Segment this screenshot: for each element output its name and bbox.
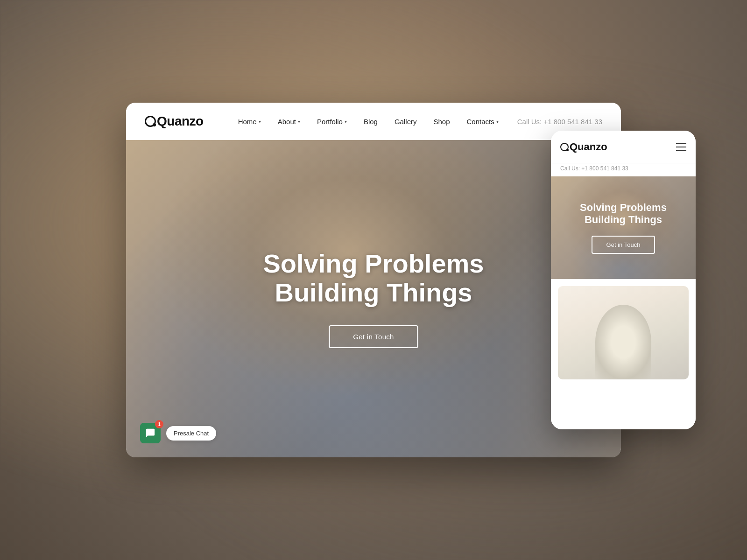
nav-item-portfolio[interactable]: Portfolio ▾: [310, 114, 353, 129]
desktop-navbar: Quanzo Home ▾ About ▾ Portfolio ▾ Blog G…: [126, 103, 621, 140]
hamburger-line: [676, 143, 686, 144]
chat-widget: 1 Presale Chat: [140, 423, 216, 443]
mobile-gallery-image: [558, 286, 689, 379]
mobile-hero: Solving Problems Building Things Get in …: [551, 176, 696, 279]
mobile-hero-title: Solving Problems Building Things: [563, 202, 684, 226]
hamburger-line: [676, 150, 686, 151]
nav-links: Home ▾ About ▾ Portfolio ▾ Blog Gallery …: [232, 114, 517, 129]
nav-item-blog[interactable]: Blog: [357, 114, 384, 129]
chevron-down-icon: ▾: [345, 119, 347, 124]
mobile-navbar: Quanzo: [551, 131, 696, 163]
nav-item-contacts[interactable]: Contacts ▾: [460, 114, 505, 129]
nav-item-gallery[interactable]: Gallery: [388, 114, 423, 129]
mobile-hero-content: Solving Problems Building Things Get in …: [563, 202, 684, 254]
chat-icon-button[interactable]: 1: [140, 423, 161, 443]
chat-label[interactable]: Presale Chat: [166, 426, 216, 441]
nav-item-home[interactable]: Home ▾: [232, 114, 268, 129]
nav-item-about[interactable]: About ▾: [271, 114, 307, 129]
chat-badge: 1: [155, 420, 163, 428]
chevron-down-icon: ▾: [496, 119, 499, 124]
mobile-window: Quanzo Call Us: +1 800 541 841 33 Solvin…: [551, 131, 696, 429]
hamburger-menu-button[interactable]: [676, 143, 686, 151]
logo-q-icon: [145, 116, 156, 127]
hamburger-line: [676, 147, 686, 147]
mobile-logo[interactable]: Quanzo: [560, 141, 607, 153]
mobile-bottom-section: 🛒 🖼 ▤: [551, 279, 696, 429]
logo-text: Quanzo: [157, 114, 204, 129]
chat-bubble-icon: [145, 428, 155, 438]
chevron-down-icon: ▾: [298, 119, 300, 124]
chevron-down-icon: ▾: [259, 119, 261, 124]
mobile-call: Call Us: +1 800 541 841 33: [551, 163, 696, 176]
nav-call: Call Us: +1 800 541 841 33: [517, 118, 602, 126]
desktop-window: Quanzo Home ▾ About ▾ Portfolio ▾ Blog G…: [126, 103, 621, 457]
hero-content: Solving Problems Building Things Get in …: [263, 249, 484, 348]
hero-cta-button[interactable]: Get in Touch: [329, 325, 418, 348]
mobile-hero-cta-button[interactable]: Get in Touch: [592, 236, 655, 254]
nav-item-shop[interactable]: Shop: [427, 114, 456, 129]
hero-title: Solving Problems Building Things: [263, 249, 484, 307]
hero-section: Solving Problems Building Things Get in …: [126, 140, 621, 457]
desktop-logo[interactable]: Quanzo: [145, 114, 204, 129]
